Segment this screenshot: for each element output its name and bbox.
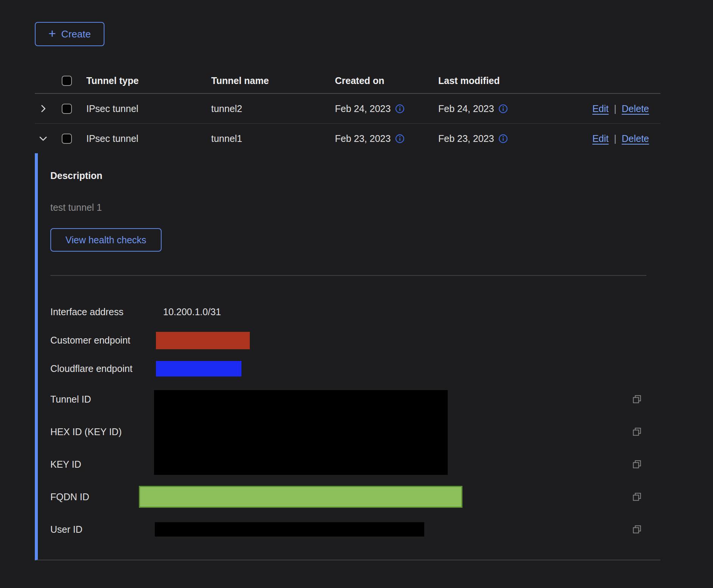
edit-link[interactable]: Edit <box>592 133 609 144</box>
tunnel-name-value: tunnel2 <box>211 103 335 114</box>
last-modified-value: Feb 23, 2023 <box>438 133 494 144</box>
header-created-on: Created on <box>335 75 438 86</box>
copy-icon[interactable] <box>632 394 642 404</box>
row-actions: Edit | Delete <box>541 103 660 114</box>
customer-endpoint-label: Customer endpoint <box>50 335 156 346</box>
edit-link[interactable]: Edit <box>592 103 609 114</box>
ids-redaction-block <box>154 390 448 475</box>
cloudflare-endpoint-redaction <box>156 361 241 376</box>
interface-address-row: Interface address 10.200.1.0/31 <box>50 298 660 326</box>
tunnels-table: Tunnel type Tunnel name Created on Last … <box>35 68 660 560</box>
panel-divider <box>50 275 646 276</box>
copy-icon[interactable] <box>632 492 642 502</box>
select-all-checkbox[interactable] <box>62 76 72 86</box>
fqdn-id-redaction <box>139 486 462 508</box>
user-id-label: User ID <box>50 524 83 535</box>
delete-link[interactable]: Delete <box>622 133 649 144</box>
tunnel-id-label: Tunnel ID <box>50 394 91 405</box>
created-on-value: Feb 24, 2023 <box>335 103 391 114</box>
table-row-tunnel2: IPsec tunnel tunnel2 Feb 24, 2023 Feb 24… <box>35 94 660 124</box>
created-on-cell: Feb 24, 2023 <box>335 103 438 114</box>
endpoint-fields: Interface address 10.200.1.0/31 Customer… <box>50 298 660 383</box>
row-checkbox[interactable] <box>62 104 72 114</box>
row-checkbox-cell <box>58 104 86 114</box>
row-checkbox-cell <box>58 134 86 144</box>
tunnel-type-value: IPsec tunnel <box>86 133 211 144</box>
row-expand-cell <box>35 133 58 144</box>
view-health-checks-button[interactable]: View health checks <box>50 228 162 252</box>
action-separator: | <box>614 133 616 144</box>
plus-icon: + <box>48 27 56 40</box>
info-icon[interactable] <box>395 134 405 143</box>
hex-id-label: HEX ID (KEY ID) <box>50 426 121 437</box>
tunnel-type-value: IPsec tunnel <box>86 103 211 114</box>
expanded-tunnel-panel: Description test tunnel 1 View health ch… <box>35 153 660 560</box>
info-icon[interactable] <box>498 104 508 114</box>
description-value: test tunnel 1 <box>50 202 660 213</box>
page-content: + Create Tunnel type Tunnel name Created… <box>35 0 660 560</box>
created-on-cell: Feb 23, 2023 <box>335 133 438 144</box>
tunnel-name-value: tunnel1 <box>211 133 335 144</box>
header-tunnel-type: Tunnel type <box>86 75 211 86</box>
action-separator: | <box>614 103 616 114</box>
interface-address-label: Interface address <box>50 306 156 317</box>
table-header-row: Tunnel type Tunnel name Created on Last … <box>35 68 660 94</box>
info-icon[interactable] <box>498 134 508 143</box>
copy-icon[interactable] <box>632 524 642 534</box>
last-modified-cell: Feb 24, 2023 <box>438 103 541 114</box>
created-on-value: Feb 23, 2023 <box>335 133 391 144</box>
cloudflare-endpoint-label: Cloudflare endpoint <box>50 363 156 374</box>
key-id-label: KEY ID <box>50 459 81 470</box>
customer-endpoint-redaction <box>156 332 250 349</box>
customer-endpoint-row: Customer endpoint <box>50 326 660 355</box>
fqdn-id-label: FQDN ID <box>50 492 89 502</box>
last-modified-value: Feb 24, 2023 <box>438 103 494 114</box>
user-id-redaction <box>155 522 424 537</box>
row-actions: Edit | Delete <box>541 133 660 144</box>
cloudflare-endpoint-row: Cloudflare endpoint <box>50 355 660 383</box>
header-tunnel-name: Tunnel name <box>211 75 335 86</box>
last-modified-cell: Feb 23, 2023 <box>438 133 541 144</box>
id-fields: Tunnel ID HEX ID (KEY ID) KEY ID <box>50 383 660 546</box>
chevron-down-icon[interactable] <box>38 133 48 144</box>
copy-icon[interactable] <box>632 459 642 469</box>
tunnels-page: + Create Tunnel type Tunnel name Created… <box>0 0 713 588</box>
description-label: Description <box>50 170 660 181</box>
create-button-label: Create <box>61 28 91 40</box>
interface-address-value: 10.200.1.0/31 <box>163 306 221 317</box>
row-expand-cell <box>35 103 58 114</box>
create-button[interactable]: + Create <box>35 22 104 46</box>
table-row-tunnel1: IPsec tunnel tunnel1 Feb 23, 2023 Feb 23… <box>35 124 660 153</box>
row-checkbox[interactable] <box>62 134 72 144</box>
info-icon[interactable] <box>395 104 405 114</box>
header-last-modified: Last modified <box>438 75 541 86</box>
chevron-right-icon[interactable] <box>38 103 48 114</box>
delete-link[interactable]: Delete <box>622 103 649 114</box>
copy-icon[interactable] <box>632 427 642 437</box>
header-checkbox-cell <box>58 76 86 86</box>
